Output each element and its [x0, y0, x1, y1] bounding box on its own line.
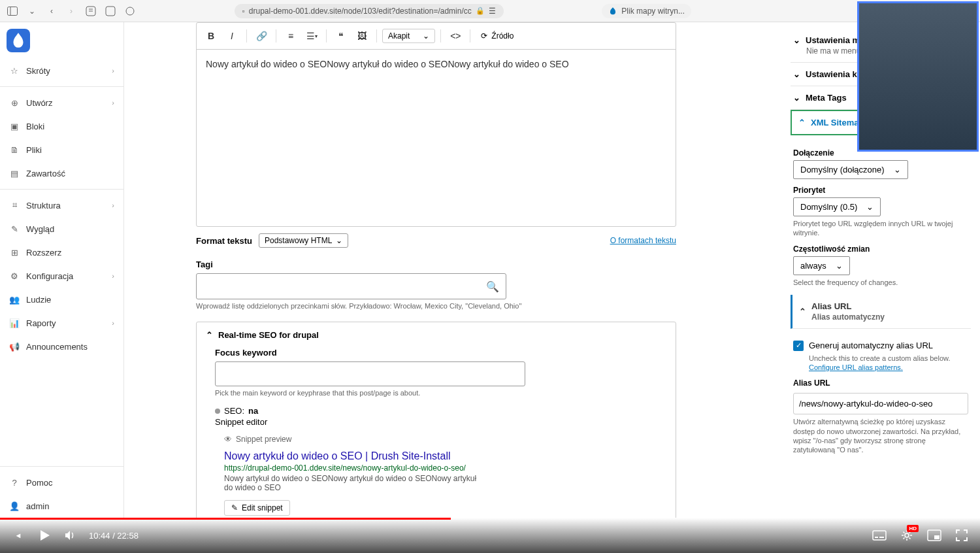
volume-button[interactable]	[63, 528, 78, 543]
hd-badge: HD	[907, 525, 919, 532]
snippet-preview-label: Snippet preview	[236, 435, 291, 444]
format-help-link[interactable]: O formatach tekstu	[610, 236, 676, 245]
sidebar-item-help[interactable]: ? Pomoc	[0, 471, 123, 494]
sidebar-item-create[interactable]: ⊕ Utwórz ›	[0, 91, 123, 114]
image-button[interactable]: 🖼	[353, 27, 371, 45]
focus-keyword-input[interactable]	[215, 361, 525, 386]
people-icon: 👥	[9, 294, 20, 305]
captions-button[interactable]	[872, 528, 887, 543]
alias-patterns-link[interactable]: Configure URL alias patterns.	[809, 363, 903, 371]
inclusion-value: Domyślny (dołączone)	[800, 165, 885, 175]
tags-help: Wprowadź listę oddzielonych przecinkami …	[196, 302, 771, 310]
sidebar-item-appearance[interactable]: ✎ Wygląd	[0, 217, 123, 241]
code-button[interactable]: <>	[446, 27, 465, 45]
edit-snippet-button[interactable]: ✎ Edit snippet	[224, 500, 290, 516]
video-progress-fill	[0, 518, 451, 520]
alias-url-title: Alias URL	[811, 301, 885, 311]
dropdown-icon[interactable]: ⌄	[26, 5, 38, 17]
prev-button[interactable]: ◄	[10, 528, 26, 543]
sidebar-toggle-icon[interactable]	[7, 5, 18, 17]
sidebar-label: Bloki	[26, 122, 44, 131]
link-button[interactable]: 🔗	[252, 27, 270, 45]
sidebar-item-extend[interactable]: ⊞ Rozszerz	[0, 241, 123, 264]
sidebar-item-config[interactable]: ⚙ Konfiguracja ›	[0, 264, 123, 288]
sidebar-item-announcements[interactable]: 📢 Announcements	[0, 335, 123, 358]
app-icon-2[interactable]	[105, 5, 116, 17]
sidebar-item-blocks[interactable]: ▣ Bloki	[0, 114, 123, 138]
lock-icon: 🔒	[476, 7, 485, 15]
number-list-button[interactable]: ☰▾	[302, 27, 321, 45]
paragraph-select[interactable]: Akapit ⌄	[382, 29, 435, 43]
chevron-right-icon: ›	[112, 67, 114, 75]
main-content: B I 🔗 ≡ ☰▾ ❝ 🖼 Akapit ⌄ <> ⟳	[124, 22, 784, 518]
seo-toggle[interactable]: ⌃ Real-time SEO for drupal	[197, 322, 676, 348]
alias-url-sub: Alias automatyczny	[811, 312, 885, 322]
priority-select[interactable]: Domyślny (0.5) ⌄	[793, 197, 881, 216]
reader-icon: ☰	[489, 7, 496, 16]
pencil-icon: ✎	[231, 503, 238, 512]
sidebar-label: Skróty	[26, 66, 50, 76]
sidebar-item-reports[interactable]: 📊 Raporty ›	[0, 311, 123, 335]
sidebar-label: Ludzie	[26, 295, 51, 305]
seo-panel: ⌃ Real-time SEO for drupal Focus keyword…	[196, 322, 676, 518]
bold-button[interactable]: B	[202, 27, 220, 45]
sidebar-label: admin	[26, 501, 49, 511]
focus-keyword-help: Pick the main keyword or keyphrase that …	[215, 389, 657, 397]
sidebar-item-content[interactable]: ▤ Zawartość	[0, 161, 123, 185]
svg-rect-12	[934, 535, 939, 539]
frequency-select[interactable]: always ⌄	[793, 256, 850, 275]
url-bar[interactable]: ▫ drupal-demo-001.ddev.site/node/103/edi…	[235, 4, 504, 18]
format-select[interactable]: Podstawowy HTML ⌄	[259, 233, 348, 248]
megaphone-icon: 📢	[9, 341, 20, 352]
paragraph-label: Akapit	[388, 31, 410, 41]
bullet-list-button[interactable]: ≡	[282, 27, 300, 45]
play-button[interactable]	[37, 528, 52, 543]
editor-body[interactable]: Nowy artykuł do wideo o SEONowy artykuł …	[197, 50, 676, 226]
sidebar-label: Wygląd	[26, 224, 54, 234]
auto-alias-checkbox[interactable]: ✓	[793, 341, 804, 351]
miniplayer-button[interactable]	[926, 528, 942, 543]
text-format-row: Format tekstu Podstawowy HTML ⌄ O format…	[196, 233, 676, 248]
svg-rect-8	[875, 537, 878, 538]
snippet-editor-label: Snippet editor	[215, 417, 657, 427]
wysiwyg-editor: B I 🔗 ≡ ☰▾ ❝ 🖼 Akapit ⌄ <> ⟳	[196, 22, 676, 227]
help-icon: ?	[9, 477, 20, 488]
back-icon[interactable]: ‹	[46, 5, 57, 17]
sliders-icon: ⚙	[9, 271, 20, 281]
video-progress-bar[interactable]	[0, 518, 980, 520]
sidebar-item-structure[interactable]: ⌗ Struktura ›	[0, 193, 123, 217]
frequency-value: always	[800, 261, 826, 271]
brush-icon: ✎	[9, 224, 20, 234]
browser-tab-2[interactable]: Plik mapy witryn...	[602, 4, 691, 18]
sidebar-label: Raporty	[26, 318, 56, 328]
quote-button[interactable]: ❝	[332, 27, 350, 45]
svg-rect-5	[106, 7, 115, 16]
svg-rect-9	[879, 537, 884, 538]
chevron-right-icon: ›	[112, 272, 114, 280]
sidebar-item-shortcuts[interactable]: ☆ Skróty ›	[0, 59, 123, 82]
alias-url-field-label: Alias URL	[793, 378, 968, 388]
forward-icon[interactable]: ›	[65, 5, 77, 17]
blocks-icon: ▣	[9, 121, 20, 131]
alias-url-input[interactable]	[793, 393, 968, 414]
alias-url-section[interactable]: ⌃ Alias URL Alias automatyczny	[791, 295, 971, 329]
fullscreen-button[interactable]	[954, 528, 970, 543]
settings-button[interactable]: HD	[899, 528, 915, 543]
sidebar-item-admin[interactable]: 👤 admin	[0, 494, 123, 518]
sidebar-item-files[interactable]: 🗎 Pliki	[0, 138, 123, 161]
inclusion-select[interactable]: Domyślny (dołączone) ⌄	[793, 160, 908, 179]
seo-status-value: na	[248, 406, 258, 416]
seo-title: Real-time SEO for drupal	[218, 330, 319, 340]
app-icon-3[interactable]	[124, 5, 136, 17]
drupal-logo[interactable]	[7, 29, 30, 52]
sidebar-label: Konfiguracja	[26, 271, 73, 281]
priority-label: Priorytet	[793, 186, 968, 195]
source-button[interactable]: ⟳ Źródło	[476, 29, 519, 42]
format-value: Podstawowy HTML	[265, 236, 332, 245]
tags-input[interactable]: 🔍	[196, 273, 506, 299]
sidebar-label: Rozszerz	[26, 248, 61, 258]
tab-2-label: Plik mapy witryn...	[621, 7, 685, 16]
sidebar-item-people[interactable]: 👥 Ludzie	[0, 288, 123, 311]
app-icon-1[interactable]	[85, 5, 97, 17]
italic-button[interactable]: I	[223, 27, 241, 45]
